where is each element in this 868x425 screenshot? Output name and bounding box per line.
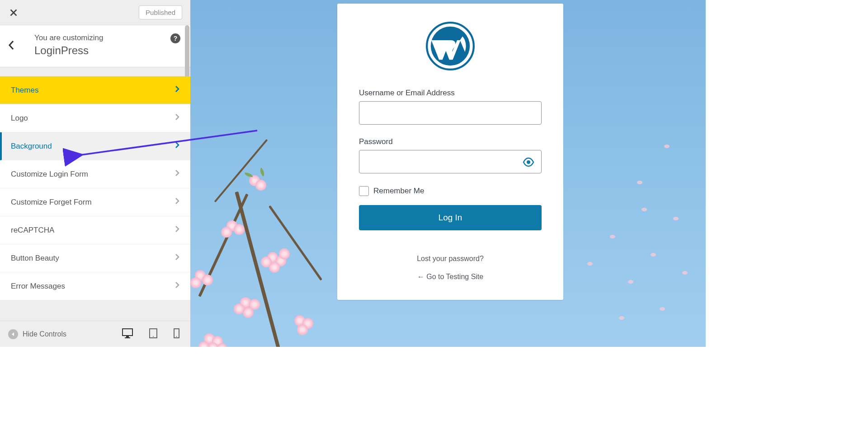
top-bar: Published (0, 0, 190, 25)
username-input[interactable] (359, 101, 542, 125)
panel-header-text: You are customizing LoginPress (34, 33, 170, 57)
menu-item-customize-login-form[interactable]: Customize Login Form (0, 160, 190, 188)
published-button[interactable]: Published (139, 5, 182, 19)
hide-controls-button[interactable]: Hide Controls (8, 329, 119, 339)
show-password-button[interactable] (523, 156, 534, 170)
tablet-icon (149, 328, 157, 338)
menu-item-button-beauty[interactable]: Button Beauty (0, 244, 190, 272)
device-mobile[interactable] (171, 327, 182, 342)
login-form-box: Username or Email Address Password Remem… (337, 4, 563, 300)
device-tablet[interactable] (146, 327, 160, 342)
username-label: Username or Email Address (359, 89, 542, 98)
lost-password-link[interactable]: Lost your password? (359, 255, 542, 263)
panel-title: LoginPress (34, 44, 170, 57)
customizing-label: You are customizing (34, 33, 170, 42)
password-label: Password (359, 137, 542, 146)
chevron-right-icon (175, 225, 179, 235)
collapse-icon (8, 329, 18, 339)
help-button[interactable]: ? (170, 33, 180, 43)
mobile-icon (174, 328, 179, 338)
desktop-icon (122, 328, 133, 338)
back-to-site-link[interactable]: ← Go to Testing Site (359, 273, 542, 281)
login-button[interactable]: Log In (359, 205, 542, 230)
chevron-right-icon (175, 253, 179, 263)
remember-me-wrap: Remember Me (359, 186, 542, 196)
svg-rect-1 (126, 336, 129, 337)
svg-point-6 (176, 336, 177, 337)
wordpress-logo-icon (426, 22, 475, 70)
chevron-right-icon (175, 85, 179, 95)
close-button[interactable] (8, 7, 19, 18)
chevron-left-icon (8, 40, 14, 50)
close-icon (9, 8, 19, 18)
menu-item-background[interactable]: Background (0, 132, 190, 160)
menu-label: Logo (11, 114, 28, 123)
chevron-right-icon (175, 113, 179, 123)
customizer-sidebar: Published You are customizing LoginPress… (0, 0, 190, 347)
chevron-right-icon (175, 197, 179, 207)
chevron-right-icon (175, 281, 179, 291)
svg-point-4 (153, 336, 154, 337)
menu-item-error-messages[interactable]: Error Messages (0, 272, 190, 300)
menu-label: Themes (11, 86, 38, 95)
chevron-right-icon (175, 141, 179, 151)
menu-label: Error Messages (11, 282, 65, 291)
menu-label: Customize Login Form (11, 170, 88, 179)
remember-me-checkbox[interactable] (359, 186, 369, 196)
back-button[interactable] (8, 40, 26, 50)
chevron-right-icon (175, 169, 179, 179)
wordpress-logo[interactable] (359, 22, 542, 70)
menu-item-themes[interactable]: Themes (0, 76, 190, 104)
menu-item-logo[interactable]: Logo (0, 104, 190, 132)
menu-label: Background (11, 142, 52, 151)
bottom-bar: Hide Controls (0, 321, 190, 347)
preview-area: Username or Email Address Password Remem… (190, 0, 706, 347)
panel-header: You are customizing LoginPress ? (0, 25, 190, 67)
device-switcher (119, 327, 182, 342)
menu-label: Customize Forget Form (11, 198, 92, 207)
password-input[interactable] (359, 150, 542, 173)
remember-me-label: Remember Me (373, 187, 424, 196)
menu-item-recaptcha[interactable]: reCAPTCHA (0, 216, 190, 244)
menu-list: Themes Logo Background Customize Login F… (0, 76, 190, 321)
menu-label: reCAPTCHA (11, 226, 54, 235)
hide-controls-label: Hide Controls (23, 330, 66, 338)
menu-label: Button Beauty (11, 254, 59, 263)
device-desktop[interactable] (119, 327, 136, 342)
menu-item-customize-forget-form[interactable]: Customize Forget Form (0, 188, 190, 216)
login-links: Lost your password? ← Go to Testing Site (359, 255, 542, 281)
svg-point-10 (527, 160, 530, 164)
svg-rect-0 (123, 329, 132, 336)
eye-icon (523, 156, 534, 168)
svg-rect-2 (125, 337, 130, 338)
